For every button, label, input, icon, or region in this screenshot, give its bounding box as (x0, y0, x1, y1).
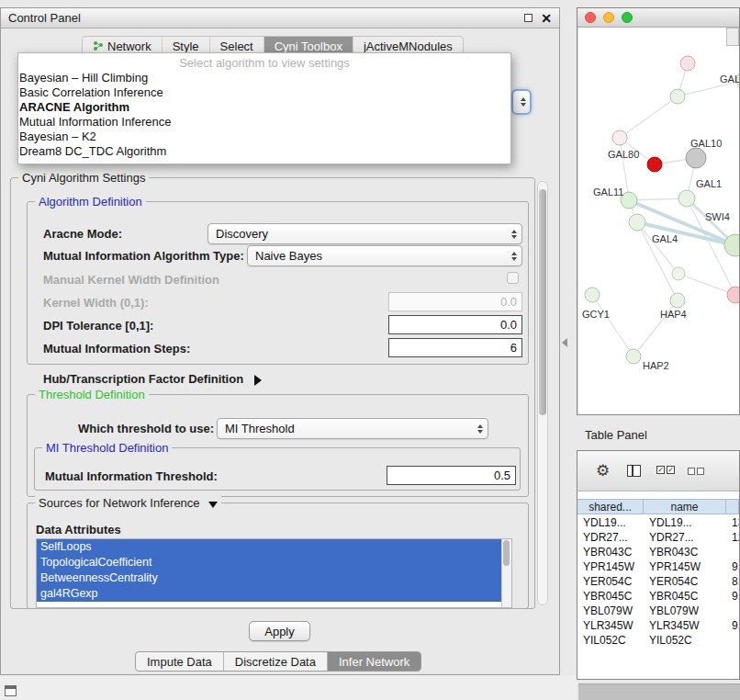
algorithm-option[interactable]: Bayesian – K2 (18, 130, 510, 144)
mi-threshold-field[interactable] (387, 466, 516, 485)
tab-infer-network[interactable]: Infer Network (327, 652, 420, 671)
mi-threshold-label: Mutual Information Threshold: (45, 469, 218, 483)
tab-impute-data[interactable]: Impute Data (136, 652, 223, 671)
table-cell: YBL079W (644, 604, 726, 617)
table-row[interactable]: YDL19...YDL19...13 (577, 515, 739, 530)
network-node[interactable] (672, 267, 685, 280)
attribute-list-scrollbar-thumb[interactable] (503, 540, 510, 566)
attribute-list-item[interactable]: BetweennessCentrality (37, 570, 501, 586)
sources-group-title[interactable]: Sources for Network Inference (35, 496, 221, 510)
network-node[interactable] (670, 293, 685, 308)
algorithm-option[interactable]: ARACNE Algorithm (18, 100, 510, 115)
minimize-window-icon[interactable] (603, 12, 614, 23)
algorithm-option[interactable]: Bayesian – Hill Climbing (18, 71, 510, 85)
deselect-all-columns-icon[interactable] (688, 468, 704, 475)
hub-definition-toggle[interactable]: Hub/Transcription Factor Definition (43, 372, 262, 386)
close-panel-icon[interactable]: ✕ (541, 12, 552, 25)
network-node-label: GAL10 (690, 138, 722, 149)
network-edge[interactable] (592, 295, 633, 356)
table-row[interactable]: YPR145WYPR145W9. (577, 559, 739, 574)
network-window-titlebar (577, 8, 739, 28)
tab-network-label: Network (107, 40, 151, 53)
close-window-icon[interactable] (585, 12, 596, 23)
threshold-definition-title: Threshold Definition (35, 388, 149, 401)
attribute-list-scrollbar[interactable] (501, 539, 511, 607)
network-node[interactable] (670, 89, 685, 104)
algorithm-option[interactable]: Basic Correlation Inference (18, 85, 510, 100)
show-columns-icon[interactable] (627, 465, 641, 477)
algorithm-definition-title: Algorithm Definition (35, 195, 146, 209)
manual-kernel-label: Manual Kernel Width Definition (43, 273, 219, 287)
table-cell: 13 (726, 516, 739, 529)
which-threshold-value: MI Threshold (225, 422, 474, 435)
mi-threshold-group-title: MI Threshold Definition (42, 441, 172, 455)
settings-scrollbar-thumb[interactable] (539, 189, 546, 415)
table-panel-title: Table Panel (585, 428, 647, 442)
attribute-list-item[interactable]: TopologicalCoefficient (37, 555, 501, 570)
table-row[interactable]: YIL052CYIL052C (577, 633, 739, 648)
network-node[interactable] (629, 214, 645, 231)
table-cell: YDR27... (577, 531, 644, 544)
manual-kernel-checkbox[interactable] (507, 272, 519, 284)
network-node[interactable] (686, 148, 706, 168)
algorithm-combobox-fragment[interactable] (511, 89, 532, 115)
aracne-mode-label: Aracne Mode: (43, 227, 122, 241)
network-node[interactable] (626, 349, 641, 364)
gear-icon[interactable]: ⚙ (596, 461, 610, 480)
algorithm-popup: Select algorithm to view settings Bayesi… (17, 52, 511, 164)
network-node[interactable] (612, 130, 627, 145)
attribute-list-item[interactable]: SelfLoops (37, 539, 501, 555)
select-all-columns-icon[interactable]: ✓✓ (656, 466, 675, 474)
algorithm-popup-placeholder: Select algorithm to view settings (18, 55, 510, 71)
table-row[interactable]: YBR045CYBR045C9. (577, 589, 739, 604)
network-node-label: HAP4 (660, 309, 687, 320)
dpi-tolerance-field[interactable] (388, 315, 522, 334)
table-cell: YPR145W (644, 560, 726, 573)
column-header-name[interactable]: name (644, 500, 726, 514)
table-cell: 9. (726, 560, 739, 573)
network-node-label: GAL1 (696, 178, 722, 189)
zoom-window-icon[interactable] (622, 12, 633, 23)
splitter-collapse-arrow[interactable] (562, 338, 567, 347)
network-canvas[interactable]: GAL80GAL10GAL11GAL1SWI4GAL4GCY1HAP4HAP2G… (578, 28, 740, 415)
combo-arrows-icon (511, 252, 517, 261)
network-node[interactable] (647, 157, 662, 172)
table-cell: YIL052C (644, 634, 726, 647)
network-node[interactable] (678, 190, 695, 207)
settings-scrollbar[interactable] (537, 181, 548, 605)
control-panel-titlebar: Control Panel ✕ (1, 8, 559, 28)
network-node[interactable] (680, 56, 695, 71)
table-cell: 9. (726, 619, 739, 632)
aracne-mode-select[interactable]: Discovery (207, 223, 522, 244)
network-node[interactable] (727, 287, 740, 303)
table-row[interactable]: YBR043CYBR043C (577, 545, 739, 559)
algorithm-option[interactable]: Dream8 DC_TDC Algorithm (18, 144, 510, 159)
float-panel-icon[interactable] (524, 14, 533, 22)
attribute-list-item[interactable]: gal4RGexp (37, 586, 501, 602)
column-header-shared-name[interactable]: shared... (577, 500, 644, 514)
network-node-label: GAL4 (652, 233, 678, 244)
network-scrollbar-box[interactable] (726, 28, 739, 46)
network-edge[interactable] (620, 96, 678, 138)
network-node[interactable] (585, 288, 600, 302)
algorithm-option[interactable]: Mutual Information Inference (18, 115, 510, 130)
mi-type-select[interactable]: Naive Bayes (247, 245, 522, 266)
tab-cyni-toolbox-label: Cyni Toolbox (275, 40, 342, 53)
expand-right-icon (254, 375, 262, 386)
table-row[interactable]: YLR345WYLR345W9. (577, 618, 739, 633)
table-row[interactable]: YBL079WYBL079W (577, 604, 739, 618)
network-node-label: HAP2 (643, 360, 669, 371)
which-threshold-select[interactable]: MI Threshold (217, 418, 488, 439)
tab-impute-data-label: Impute Data (147, 655, 212, 669)
kernel-width-field[interactable] (388, 292, 522, 311)
apply-button[interactable]: Apply (249, 621, 310, 641)
tab-style-label: Style (173, 40, 199, 53)
tab-discretize-data[interactable]: Discretize Data (223, 652, 327, 671)
mi-steps-field[interactable] (388, 338, 522, 357)
tab-discretize-data-label: Discretize Data (235, 655, 316, 669)
table-row[interactable]: YER054CYER054C8. (577, 574, 739, 589)
column-header-partial[interactable] (726, 500, 739, 514)
table-row[interactable]: YDR27...YDR27...12 (577, 530, 739, 545)
minimized-panel-icon[interactable] (5, 685, 17, 696)
kernel-width-label: Kernel Width (0,1): (43, 296, 149, 310)
